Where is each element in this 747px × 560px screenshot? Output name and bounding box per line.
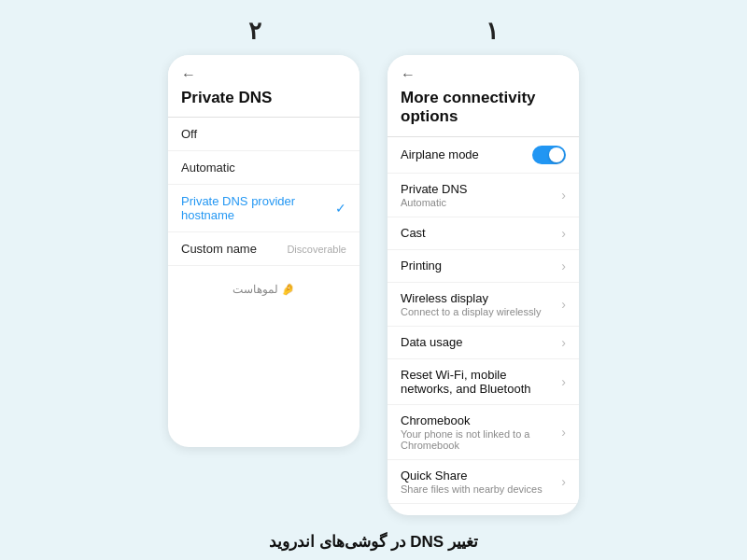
back-arrow-dns[interactable]: ← [181, 66, 196, 83]
conn-dns-subtitle: Automatic [401, 197, 556, 208]
conn-item-data-usage-left: Data usage [401, 335, 556, 349]
phone-dns-header: ← [168, 55, 359, 89]
conn-item-printing[interactable]: Printing › [388, 250, 579, 283]
conn-item-chromebook-left: Chromebook Your phone is not linked to a… [401, 413, 556, 451]
conn-reset-title: Reset Wi-Fi, mobile networks, and Blueto… [401, 368, 556, 396]
phones-row: ← Private DNS Off Automatic Private DNS … [0, 55, 747, 515]
dns-item-automatic[interactable]: Automatic [168, 151, 359, 185]
dns-custom-label: Custom name [181, 242, 257, 256]
conn-cast-title: Cast [401, 226, 556, 240]
bottom-title: تغییر DNS در گوشی‌های اندروید [0, 532, 747, 552]
conn-quick-share-title: Quick Share [401, 469, 556, 483]
conn-cast-chevron: › [561, 226, 566, 241]
dns-item-hostname[interactable]: Private DNS provider hostname ✓ [168, 185, 359, 232]
dns-item-off[interactable]: Off [168, 118, 359, 151]
conn-chromebook-title: Chromebook [401, 413, 556, 427]
conn-item-airplane-left: Airplane mode [401, 147, 532, 161]
conn-item-reset[interactable]: Reset Wi-Fi, mobile networks, and Blueto… [388, 359, 579, 405]
dns-automatic-label: Automatic [181, 161, 235, 175]
conn-item-data-usage[interactable]: Data usage › [388, 327, 579, 359]
conn-data-usage-chevron: › [561, 335, 566, 350]
phone-connectivity: ← More connectivity options Airplane mod… [388, 55, 579, 515]
back-arrow-connectivity[interactable]: ← [401, 66, 416, 83]
conn-printing-title: Printing [401, 259, 556, 273]
conn-wireless-title: Wireless display [401, 291, 556, 305]
conn-data-usage-title: Data usage [401, 335, 556, 349]
watermark: لموهاست 🤌 [168, 266, 359, 303]
conn-item-airplane[interactable]: Airplane mode [388, 137, 579, 174]
conn-printing-chevron: › [561, 259, 566, 273]
dns-hostname-check: ✓ [335, 201, 346, 216]
conn-item-chromebook[interactable]: Chromebook Your phone is not linked to a… [388, 405, 579, 460]
conn-quick-share-chevron: › [561, 474, 566, 489]
dns-item-custom[interactable]: Custom name Discoverable [168, 232, 359, 266]
conn-item-reset-left: Reset Wi-Fi, mobile networks, and Blueto… [401, 368, 556, 396]
conn-item-cast-left: Cast [401, 226, 556, 240]
step-number-2: ۲ [248, 17, 261, 46]
phone-connectivity-title: More connectivity options [388, 89, 579, 136]
conn-item-private-dns[interactable]: Private DNS Automatic › [388, 174, 579, 217]
conn-chromebook-chevron: › [561, 425, 566, 440]
phone-connectivity-header: ← [388, 55, 579, 89]
conn-dns-title: Private DNS [401, 182, 556, 196]
phone-dns: ← Private DNS Off Automatic Private DNS … [168, 55, 359, 447]
phone-dns-title: Private DNS [168, 89, 359, 117]
conn-dns-chevron: › [561, 188, 566, 203]
conn-airplane-title: Airplane mode [401, 147, 532, 161]
conn-wireless-subtitle: Connect to a display wirelessly [401, 306, 556, 317]
conn-reset-chevron: › [561, 374, 566, 389]
conn-item-dns-left: Private DNS Automatic [401, 182, 556, 208]
step-number-1: ۱ [486, 17, 499, 46]
dns-custom-hint: Discoverable [287, 244, 346, 255]
conn-item-printing-left: Printing [401, 259, 556, 273]
conn-item-wireless-left: Wireless display Connect to a display wi… [401, 291, 556, 317]
conn-item-cast[interactable]: Cast › [388, 217, 579, 250]
conn-quick-share-subtitle: Share files with nearby devices [401, 483, 556, 495]
conn-wireless-chevron: › [561, 297, 566, 312]
conn-chromebook-subtitle: Your phone is not linked to a Chromebook [401, 428, 556, 451]
dns-hostname-label: Private DNS provider hostname [181, 194, 335, 222]
conn-item-quick-share-left: Quick Share Share files with nearby devi… [401, 469, 556, 495]
dns-off-label: Off [181, 127, 197, 141]
airplane-toggle[interactable] [532, 146, 566, 164]
conn-item-quick-share[interactable]: Quick Share Share files with nearby devi… [388, 460, 579, 504]
conn-item-wireless[interactable]: Wireless display Connect to a display wi… [388, 283, 579, 327]
